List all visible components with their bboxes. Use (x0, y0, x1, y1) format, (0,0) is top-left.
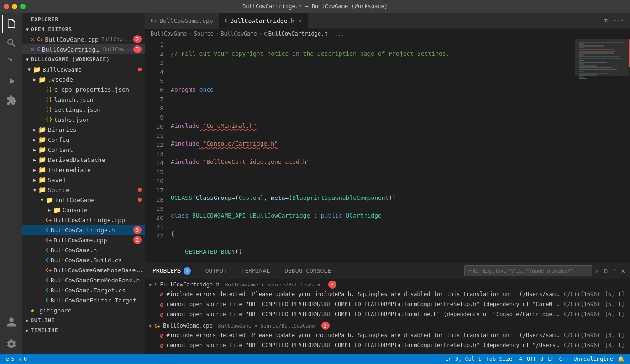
console-folder-icon: 📁 (53, 206, 61, 213)
problem-1-3[interactable]: ⊘ cannot open source file "UBT_COMPILED_… (145, 310, 630, 320)
problem-1-2[interactable]: ⊘ cannot open source file "UBT_COMPILED_… (145, 300, 630, 310)
breadcrumb-bullcowgame2[interactable]: BullCowGame (220, 31, 257, 37)
status-language[interactable]: C++ (557, 354, 571, 364)
workspace-header[interactable]: ▼ BullCowGame (Workspace) (22, 54, 145, 64)
panel-content: ▼ C BullCowCartridge.h BullCowGame • Sou… (145, 279, 630, 354)
editor1-icon: C+ (37, 36, 43, 42)
status-notification[interactable]: 🔔 (616, 354, 626, 364)
tree-content[interactable]: ▶ 📁 Content (22, 145, 145, 155)
status-line-ending[interactable]: LF (546, 354, 556, 364)
tree-console[interactable]: ▶ 📁 Console (22, 205, 145, 215)
tree-bullcowcartridge-cpp[interactable]: C+ BullCowCartridge.cpp (22, 215, 145, 225)
activity-source-control[interactable] (2, 53, 20, 71)
close-editor-1-icon[interactable]: ✕ (31, 36, 34, 42)
tab-bar: C+ BullCowGame.cpp C BullCowCartridge.h … (145, 13, 630, 29)
open-editor-bullcowgame-cpp[interactable]: ✕ C+ BullCowGame.cpp BullCow... 2 (22, 34, 145, 44)
tree-tasks-json[interactable]: {} tasks.json (22, 114, 145, 125)
error-1-1-icon: ⊘ (160, 291, 163, 298)
maximize-button[interactable] (20, 4, 26, 9)
open-editor-bullcowcartridge-h[interactable]: ✕ C BullCowCartridge.h BullCow... 3 (22, 44, 145, 54)
status-errors[interactable]: ⊘ 5 ⚠ 0 (4, 354, 29, 364)
tree-saved[interactable]: ▶ 📁 Saved (22, 175, 145, 185)
more-actions-icon[interactable]: ··· (611, 15, 626, 26)
tree-bullcowcartridge-h[interactable]: C BullCowCartridge.h 3 (22, 225, 145, 235)
panel-tab-terminal[interactable]: TERMINAL (234, 263, 278, 279)
tree-deriveddatacache[interactable]: ▶ 📁 DerivedDataCache (22, 155, 145, 165)
status-plugin[interactable]: UnrealEngine (572, 354, 615, 364)
tree-bullcowgamegamemodebase-c[interactable]: C+ BullCowGameGameModeBase.c... (22, 265, 145, 275)
code-line-10: class BULLCOWGAME_API UBullCowCartridge … (171, 211, 575, 220)
breadcrumb-sep3: › (259, 31, 262, 37)
tree-bullcowgame-build[interactable]: C BullCowGame.Build.cs (22, 255, 145, 265)
tab-bullcowgame-cpp[interactable]: C+ BullCowGame.cpp (145, 13, 219, 29)
minimize-button[interactable] (12, 4, 17, 9)
open-editors-header[interactable]: ▼ Open Editors (22, 24, 145, 34)
breadcrumb-bullcowgame[interactable]: BullCowGame (151, 31, 187, 37)
tree-vscode[interactable]: ▶ 📁 .vscode (22, 74, 145, 84)
tree-intermediate[interactable]: ▶ 📁 Intermediate (22, 165, 145, 175)
activity-settings[interactable] (2, 335, 20, 353)
tree-bullcowgame-target[interactable]: C BullCowGame.Target.cs (22, 285, 145, 295)
problem-2-2[interactable]: ⊘ cannot open source file "UBT_COMPILED_… (145, 341, 630, 351)
tree-c-cpp-json[interactable]: {} c_cpp_properties.json (22, 84, 145, 94)
activity-explorer[interactable] (2, 15, 20, 33)
timeline-section-header[interactable]: ▶ Timeline (22, 325, 145, 335)
tree-launch-json[interactable]: {} launch.json (22, 94, 145, 104)
tree-bullcowgamegamemodebase-h[interactable]: C BullCowGameGameModeBase.h (22, 275, 145, 285)
status-cursor[interactable]: Ln 3, Col 1 (443, 354, 483, 364)
problem-group-1-header[interactable]: ▼ C BullCowCartridge.h BullCowGame • Sou… (145, 279, 630, 290)
tree-settings-json[interactable]: {} settings.json (22, 104, 145, 114)
minimap-slider[interactable] (575, 39, 630, 76)
tree-binaries[interactable]: ▶ 📁 Binaries (22, 125, 145, 135)
tree-bullcowgame-h[interactable]: C BullCowGame.h (22, 245, 145, 255)
collapse-panel-icon[interactable]: ⌃ (611, 266, 618, 276)
copy-panel-icon[interactable]: ⧉ (602, 266, 609, 276)
code-line-9: UCLASS(ClassGroup=(Custom), meta=(Bluepr… (171, 193, 575, 203)
ln-7: 7 (149, 95, 163, 104)
status-encoding[interactable]: UTF-8 (525, 354, 545, 364)
panel-tab-problems[interactable]: PROBLEMS 5 (145, 263, 198, 279)
bullcowgame-root-label: BullCowGame (42, 66, 82, 73)
tree-source[interactable]: ▼ 📁 Source (22, 185, 145, 195)
problem-1-1[interactable]: ⊘ #include errors detected. Please updat… (145, 290, 630, 300)
tree-bullcowgameeditor-target[interactable]: C BullCowGameEditor.Target.cs (22, 295, 145, 305)
terminal-tab-label: TERMINAL (242, 267, 270, 274)
settings-json-icon: {} (46, 106, 52, 113)
activity-search[interactable] (2, 34, 20, 52)
activity-run[interactable] (2, 72, 20, 90)
split-editor-icon[interactable]: ⊞ (602, 15, 609, 26)
group2-filename: BullCowGame.cpp (163, 322, 212, 329)
activity-extensions[interactable] (2, 91, 20, 109)
tab-bullcowcartridge-h[interactable]: C BullCowCartridge.h ✕ (219, 13, 309, 29)
content-folder-icon: 📁 (38, 146, 46, 153)
tree-bullcowgame-root[interactable]: ▼ 📁 BullCowGame (22, 64, 145, 74)
tree-bullcowgame-sub[interactable]: ▼ 📁 BullCowGame (22, 195, 145, 205)
close-panel-icon[interactable]: ✕ (620, 266, 626, 276)
tree-bullcowgame-cpp[interactable]: C+ BullCowGame.cpp 2 (22, 235, 145, 245)
timeline-arrow-icon: ▶ (26, 328, 29, 333)
outline-section-header[interactable]: ▶ Outline (22, 315, 145, 325)
panel-filter-input[interactable] (464, 265, 592, 276)
problems-badge: 5 (184, 267, 191, 275)
ln-13: 13 (149, 150, 163, 159)
activity-account[interactable] (2, 313, 20, 331)
panel-tab-debug-console[interactable]: DEBUG CONSOLE (277, 263, 338, 279)
breadcrumb-file[interactable]: CBullCowCartridge.h (264, 31, 328, 37)
breadcrumb-source[interactable]: Source (194, 31, 214, 37)
close-editor-2-icon[interactable]: ✕ (31, 46, 34, 52)
window-title: BullCowCartridge.h — BullCowGame (Worksp… (242, 3, 388, 10)
panel-tab-output[interactable]: OUTPUT (198, 263, 234, 279)
status-tabsize[interactable]: Tab Size: 4 (484, 354, 524, 364)
error-1-2-icon: ⊘ (160, 301, 163, 308)
tree-gitignore[interactable]: ◆ .gitignore (22, 305, 145, 315)
close-button[interactable] (4, 4, 9, 9)
tab2-close-icon[interactable]: ✕ (297, 17, 302, 25)
problem-2-1[interactable]: ⊘ #include errors detected. Please updat… (145, 331, 630, 341)
tree-config[interactable]: ▶ 📁 Config (22, 135, 145, 145)
breadcrumb-dots[interactable]: ... (335, 31, 345, 37)
code-content[interactable]: // Fill out your copyright notice in the… (167, 39, 575, 263)
c-cpp-json-icon: {} (46, 86, 52, 93)
problem-group-2-header[interactable]: ▼ C+ BullCowGame.cpp BullCowGame • Sourc… (145, 320, 630, 331)
problem-1-2-text: cannot open source file "UBT_COMPILED_PL… (166, 301, 561, 307)
filter-icon[interactable]: ⚡ (594, 266, 600, 276)
